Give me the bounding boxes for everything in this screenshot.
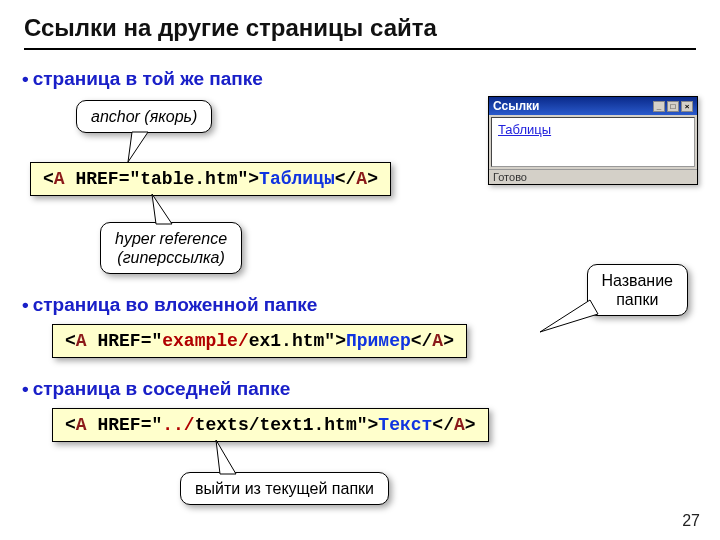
code-token: [87, 415, 98, 435]
title-underline: [24, 48, 696, 50]
bullet-same-folder: страница в той же папке: [22, 68, 263, 90]
code-token: <: [43, 169, 54, 189]
callout-hyper-ref: hyper reference (гиперссылка): [100, 222, 242, 274]
screenshot-body: Таблицы: [491, 117, 695, 167]
page-title: Ссылки на другие страницы сайта: [24, 14, 437, 42]
code-token: </: [432, 415, 454, 435]
bullet-nested-folder: страница во вложенной папке: [22, 294, 317, 316]
code-token: ": [237, 169, 248, 189]
code-token: A: [54, 169, 65, 189]
pointer-folder-name: [540, 300, 600, 340]
code-token: ": [129, 169, 140, 189]
bullet-sibling-folder: страница в соседней папке: [22, 378, 290, 400]
code-token: <: [65, 331, 76, 351]
code-token: texts/: [195, 415, 260, 435]
svg-marker-3: [216, 440, 236, 474]
code-token: >: [335, 331, 346, 351]
svg-marker-2: [540, 300, 598, 332]
window-buttons: _ □ ×: [653, 101, 693, 112]
code-token: ": [357, 415, 368, 435]
code-token: >: [465, 415, 476, 435]
code-token: example/: [162, 331, 248, 351]
callout-line: папки: [616, 291, 658, 308]
code-token: Пример: [346, 331, 411, 351]
callout-line: Название: [602, 272, 674, 289]
code-token: >: [248, 169, 259, 189]
callout-go-up: выйти из текущей папки: [180, 472, 389, 505]
code-token: table.htm: [140, 169, 237, 189]
browser-screenshot: Ссылки _ □ × Таблицы Готово: [488, 96, 698, 185]
code-token: ": [151, 331, 162, 351]
callout-folder-name: Название папки: [587, 264, 689, 316]
screenshot-status: Готово: [489, 169, 697, 184]
code-token: ": [324, 331, 335, 351]
code-token: ": [151, 415, 162, 435]
code-token: >: [443, 331, 454, 351]
code-token: >: [367, 169, 378, 189]
code-nested-folder: <A HREF="example/ex1.htm">Пример</A>: [52, 324, 467, 358]
code-token: A: [454, 415, 465, 435]
code-token: Таблицы: [259, 169, 335, 189]
pointer-go-up: [212, 440, 252, 474]
code-token: HREF=: [97, 415, 151, 435]
code-sibling-folder: <A HREF="../texts/text1.htm">Текст</A>: [52, 408, 489, 442]
pointer-hyper-ref: [150, 194, 190, 224]
maximize-icon: □: [667, 101, 679, 112]
screenshot-title: Ссылки: [493, 99, 539, 113]
svg-marker-1: [152, 194, 172, 224]
close-icon: ×: [681, 101, 693, 112]
callout-line: (гиперссылка): [117, 249, 224, 266]
code-same-folder: <A HREF="table.htm">Таблицы</A>: [30, 162, 391, 196]
code-token: [65, 169, 76, 189]
code-token: A: [432, 331, 443, 351]
code-token: </: [411, 331, 433, 351]
minimize-icon: _: [653, 101, 665, 112]
code-token: Текст: [378, 415, 432, 435]
screenshot-link: Таблицы: [498, 122, 551, 137]
code-token: ex1.htm: [249, 331, 325, 351]
svg-marker-0: [128, 132, 148, 162]
code-token: ../: [162, 415, 194, 435]
screenshot-titlebar: Ссылки _ □ ×: [489, 97, 697, 115]
code-token: [87, 331, 98, 351]
code-token: </: [335, 169, 357, 189]
code-token: HREF=: [97, 331, 151, 351]
callout-anchor: anchor (якорь): [76, 100, 212, 133]
code-token: A: [76, 415, 87, 435]
code-token: A: [76, 331, 87, 351]
code-token: text1.htm: [259, 415, 356, 435]
code-token: HREF=: [75, 169, 129, 189]
code-token: A: [356, 169, 367, 189]
code-token: <: [65, 415, 76, 435]
code-token: >: [368, 415, 379, 435]
page-number: 27: [682, 512, 700, 530]
callout-line: hyper reference: [115, 230, 227, 247]
